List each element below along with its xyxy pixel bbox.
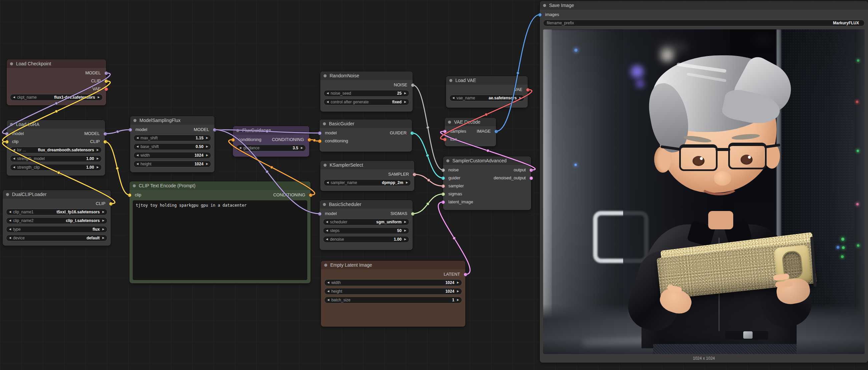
clip-input-slot[interactable]: [5, 140, 9, 144]
node-basic_guider[interactable]: BasicGuider modelGUIDERconditioning: [319, 119, 412, 152]
decrement-arrow-icon[interactable]: ◀: [13, 96, 15, 99]
decrement-arrow-icon[interactable]: ◀: [326, 238, 328, 241]
node-basic_scheduler[interactable]: BasicScheduler modelSIGMAS ◀ scheduler s…: [319, 200, 413, 250]
collapse-dot[interactable]: [323, 203, 326, 206]
increment-arrow-icon[interactable]: ▶: [404, 229, 406, 232]
model-input-slot[interactable]: [318, 212, 321, 216]
NOISE-output-slot[interactable]: [411, 83, 415, 87]
output-output-slot[interactable]: [529, 168, 533, 172]
CONDITIONING-output-slot[interactable]: [308, 138, 311, 142]
increment-arrow-icon[interactable]: ▶: [102, 228, 104, 231]
collapse-dot[interactable]: [324, 264, 327, 267]
ckpt_name-widget[interactable]: ◀ ckpt_name flux1-dev.safetensors ▶: [10, 94, 103, 101]
filename-prefix-widget[interactable]: filename_prefix MarkuryFLUX: [543, 20, 865, 26]
CLIP-output-slot[interactable]: [103, 140, 107, 144]
collapse-dot[interactable]: [133, 119, 136, 122]
decrement-arrow-icon[interactable]: ◀: [326, 229, 328, 232]
node-vae_decode[interactable]: VAE Decode samplesIMAGEvae: [445, 118, 496, 146]
decrement-arrow-icon[interactable]: ◀: [136, 154, 138, 157]
decrement-arrow-icon[interactable]: ◀: [327, 290, 329, 293]
prompt-textarea[interactable]: tjtoy toy holding sparkgpu gpu in a data…: [133, 200, 307, 280]
node-model_sampling_flux[interactable]: ModelSamplingFlux modelMODEL ◀ max_shift…: [130, 116, 215, 172]
conditioning-input-slot[interactable]: [318, 139, 321, 143]
graph-canvas[interactable]: Save Image images filename_prefix Markur…: [0, 0, 868, 370]
increment-arrow-icon[interactable]: ▶: [301, 147, 303, 149]
denoise-widget[interactable]: ◀ denoise 1.00 ▶: [323, 236, 409, 243]
sampler_name-widget[interactable]: ◀ sampler_name dpmpp_2m ▶: [323, 179, 411, 186]
increment-arrow-icon[interactable]: ▶: [404, 101, 406, 103]
CLIP-output-slot[interactable]: [109, 202, 113, 206]
increment-arrow-icon[interactable]: ▶: [97, 157, 99, 160]
width-widget[interactable]: ◀ width 1024 ▶: [133, 152, 211, 159]
collapse-dot[interactable]: [10, 62, 13, 65]
device-widget[interactable]: ◀ device default ▶: [6, 235, 107, 241]
noise_seed-widget[interactable]: ◀ noise_seed 25 ▶: [323, 90, 409, 97]
decrement-arrow-icon[interactable]: ◀: [136, 145, 138, 148]
sigmas-input-slot[interactable]: [441, 192, 445, 196]
increment-arrow-icon[interactable]: ▶: [97, 149, 99, 152]
clip_name1-widget[interactable]: ◀ clip_name1 t5xxl_fp16.safetensors ▶: [6, 209, 107, 215]
decrement-arrow-icon[interactable]: ◀: [452, 97, 454, 99]
scheduler-widget[interactable]: ◀ scheduler sgm_uniform ▶: [323, 218, 409, 225]
decrement-arrow-icon[interactable]: ◀: [327, 281, 329, 284]
LATENT-output-slot[interactable]: [464, 273, 467, 276]
VAE-output-slot[interactable]: [104, 87, 108, 91]
collapse-dot[interactable]: [446, 159, 450, 162]
collapse-dot[interactable]: [450, 79, 452, 82]
SAMPLER-output-slot[interactable]: [413, 173, 416, 176]
guidance-widget[interactable]: ◀ guidance 3.5 ▶: [236, 145, 306, 152]
collapse-dot[interactable]: [133, 184, 136, 187]
max_shift-widget[interactable]: ◀ max_shift 1.15 ▶: [133, 135, 211, 141]
decrement-arrow-icon[interactable]: ◀: [327, 101, 329, 103]
MODEL-output-slot[interactable]: [103, 132, 107, 136]
batch_size-widget[interactable]: ◀ batch_size 1 ▶: [324, 297, 462, 303]
increment-arrow-icon[interactable]: ▶: [457, 299, 459, 301]
decrement-arrow-icon[interactable]: ◀: [326, 221, 328, 223]
node-clip_text_encode[interactable]: CLIP Text Encode (Prompt) clipCONDITIONI…: [129, 181, 311, 283]
decrement-arrow-icon[interactable]: ◀: [327, 92, 329, 95]
IMAGE-output-slot[interactable]: [494, 130, 498, 133]
decrement-arrow-icon[interactable]: ◀: [9, 228, 11, 231]
increment-arrow-icon[interactable]: ▶: [404, 238, 406, 241]
increment-arrow-icon[interactable]: ▶: [206, 137, 208, 139]
increment-arrow-icon[interactable]: ▶: [102, 211, 104, 213]
decrement-arrow-icon[interactable]: ◀: [9, 237, 11, 239]
images-input-slot[interactable]: [538, 13, 542, 17]
VAE-output-slot[interactable]: [526, 88, 530, 92]
CONDITIONING-output-slot[interactable]: [309, 193, 313, 197]
latent_image-input-slot[interactable]: [441, 200, 445, 204]
GUIDER-output-slot[interactable]: [410, 131, 414, 135]
strength_clip-widget[interactable]: ◀ strength_clip 1.00 ▶: [10, 164, 102, 171]
decrement-arrow-icon[interactable]: ◀: [9, 219, 11, 222]
collapse-dot[interactable]: [543, 4, 546, 7]
collapse-dot[interactable]: [10, 123, 13, 126]
noise-input-slot[interactable]: [441, 168, 445, 172]
collapse-dot[interactable]: [6, 193, 9, 196]
steps-widget[interactable]: ◀ steps 50 ▶: [323, 227, 409, 234]
conditioning-input-slot[interactable]: [231, 138, 235, 142]
decrement-arrow-icon[interactable]: ◀: [9, 211, 11, 213]
decrement-arrow-icon[interactable]: ◀: [327, 181, 329, 184]
node-load_checkpoint[interactable]: Load Checkpoint MODELCLIPVAE ◀ ckpt_name…: [7, 59, 106, 105]
model-input-slot[interactable]: [5, 132, 9, 136]
width-widget[interactable]: ◀ width 1024 ▶: [324, 279, 462, 286]
increment-arrow-icon[interactable]: ▶: [206, 163, 208, 165]
denoised_output-output-slot[interactable]: [529, 176, 533, 180]
node-dual_clip_loader[interactable]: DualCLIPLoader CLIP ◀ clip_name1 t5xxl_f…: [3, 190, 111, 246]
decrement-arrow-icon[interactable]: ◀: [239, 147, 241, 149]
decrement-arrow-icon[interactable]: ◀: [136, 163, 138, 165]
sampler-input-slot[interactable]: [441, 184, 445, 188]
collapse-dot[interactable]: [448, 121, 451, 124]
increment-arrow-icon[interactable]: ▶: [97, 166, 99, 169]
node-flux_guidance[interactable]: FluxGuidance conditioningCONDITIONING ◀ …: [233, 126, 309, 157]
collapse-dot[interactable]: [323, 164, 327, 167]
MODEL-output-slot[interactable]: [104, 71, 108, 75]
lor ...-widget[interactable]: ◀ lor ... flux_dreambooth.safetensors ▶: [10, 147, 102, 153]
preview-image[interactable]: [543, 29, 865, 354]
increment-arrow-icon[interactable]: ▶: [102, 219, 104, 222]
clip-input-slot[interactable]: [128, 193, 131, 197]
SIGMAS-output-slot[interactable]: [411, 212, 415, 216]
node-save_image[interactable]: Save Image images filename_prefix Markur…: [540, 1, 868, 363]
type-widget[interactable]: ◀ type flux ▶: [6, 226, 107, 233]
CLIP-output-slot[interactable]: [104, 79, 108, 83]
